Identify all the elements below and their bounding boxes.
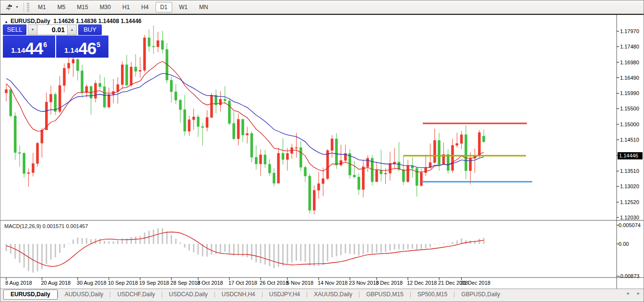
tab-eurusd-daily[interactable]: EURUSD,Daily [3,290,58,300]
time-axis-tick: 3 Dec 2018 [376,280,403,286]
sell-price-sup: 6 [43,36,47,54]
buy-button[interactable]: BUY [78,24,102,35]
chart-area[interactable]: ▲EURUSD,Daily 1.14626 1.14836 1.14408 1.… [0,15,644,289]
tab-scroll-right-icon[interactable]: ► [636,291,641,296]
timeframe-button-m1[interactable]: M1 [33,2,51,12]
volume-input[interactable]: 0.01 [37,24,67,35]
title-marker-icon: ▲ [4,20,8,24]
trading-terminal-window: ▼ M1M5M15M30H1H4D1W1MN ▲EURUSD,Daily 1.1… [0,0,644,302]
tab-scroll-controls: ◄ ► [625,291,641,296]
timeframe-buttons-group: M1M5M15M30H1H4D1W1MN [32,2,214,12]
chart-ohlc-values: 1.14626 1.14836 1.14408 1.14446 [53,18,142,24]
price-axis-tick: 1.15000 [620,121,639,127]
tab-sp500-m15[interactable]: SP500,M15 [411,290,454,300]
current-price-badge: 1.14446 [618,152,643,159]
price-axis-tick: 1.17970 [620,28,639,34]
buy-price-prefix: 1.14 [64,45,78,56]
sell-price-big: 44 [25,41,43,56]
sell-button[interactable]: SELL [3,24,26,35]
price-axis-tick: 1.14510 [620,137,639,143]
symbol-tab-bar: EURUSD,DailyAUDUSD,DailyUSDCHF,DailyUSDC… [0,289,644,302]
one-click-trading-panel: SELL ▼ 0.01 ▲ BUY 1.14446 1.14465 [3,24,109,58]
buy-price-display[interactable]: 1.14465 [56,36,108,58]
price-axis-tick: 1.15500 [620,106,639,111]
price-axis-tick: 1.15990 [620,90,639,96]
macd-main-value: 0.001571 [42,223,64,229]
volume-increase-button[interactable]: ▲ [67,24,77,35]
time-axis-tick: 20 Aug 2018 [41,280,71,286]
timeframe-button-h1[interactable]: H1 [118,2,134,12]
chart-title: ▲EURUSD,Daily 1.14626 1.14836 1.14408 1.… [4,18,142,24]
volume-down-icon: ▼ [31,28,35,31]
tab-usdjpy-h4[interactable]: USDJPY,H4 [262,290,307,300]
timeframe-button-mn[interactable]: MN [194,2,213,12]
buy-price-sup: 5 [96,36,100,54]
toolbar-separator [24,2,24,12]
timeframe-button-m5[interactable]: M5 [53,2,71,12]
tab-usdcad-daily[interactable]: USDCAD,Daily [162,290,215,300]
time-axis-tick: 8 Oct 2018 [197,280,223,286]
price-axis-tick: 1.13510 [620,168,639,174]
timeframe-button-m30[interactable]: M30 [95,2,116,12]
time-axis-tick: 26 Oct 2018 [260,280,288,286]
buy-price-big: 46 [78,41,96,56]
timeframe-button-d1[interactable]: D1 [155,2,172,12]
timeframe-button-h4[interactable]: H4 [136,2,153,12]
time-axis-tick: 14 Nov 2018 [318,280,347,286]
tab-scroll-left-icon[interactable]: ◄ [625,291,630,296]
timeframe-toolbar: ▼ M1M5M15M30H1H4D1W1MN [0,0,644,14]
tab-usdchf-daily[interactable]: USDCHF,Daily [110,290,162,300]
swap-arrows-icon [5,4,13,11]
timeframe-button-w1[interactable]: W1 [174,2,192,12]
macd-axis-tick: 0.00 [619,241,629,247]
macd-axis-tick: 0.005074 [619,222,641,228]
volume-up-icon: ▲ [71,28,74,31]
price-axis-tick: 1.16490 [620,75,639,81]
tab-gbpusd-m15[interactable]: GBPUSD,M15 [359,290,410,300]
price-axis-tick: 1.12520 [620,199,639,205]
volume-decrease-button[interactable]: ▼ [28,24,37,35]
chart-symbol-label: EURUSD,Daily [11,18,50,24]
time-axis-tick: 31 Dec 2018 [461,280,490,286]
toolbar-grip-handle[interactable] [27,3,29,12]
time-axis-tick: 19 Sep 2018 [139,280,169,286]
price-axis-tick: 1.16980 [620,60,639,65]
timeframe-button-m15[interactable]: M15 [72,2,93,12]
time-axis-tick: 5 Nov 2018 [286,280,313,286]
time-axis-tick: 12 Dec 2018 [407,280,437,286]
time-axis-tick: 8 Aug 2018 [5,280,32,286]
price-axis-tick: 1.12030 [620,215,639,220]
symbol-tabs: EURUSD,DailyAUDUSD,DailyUSDCHF,DailyUSDC… [0,289,507,300]
price-axis-tick: 1.13020 [620,183,639,189]
macd-indicator-label: MACD(12,26,9) 0.001571 0.001457 [4,223,88,229]
sell-price-prefix: 1.14 [11,45,25,56]
tab-audusd-daily[interactable]: AUDUSD,Daily [58,290,110,300]
tab-gbpusd-daily[interactable]: GBPUSD,Daily [454,290,507,300]
symbol-arrows-button[interactable]: ▼ [2,2,22,12]
toolbar-dropdown-caret-icon[interactable]: ▼ [15,5,19,9]
time-axis-tick: 17 Oct 2018 [228,280,257,286]
macd-axis-tick: -0.00873 [619,273,639,279]
tab-usdcnh-h4[interactable]: USDCNH,H4 [215,290,262,300]
sell-price-display[interactable]: 1.14446 [3,36,55,58]
tab-xauusd-daily[interactable]: XAUUSD,Daily [307,290,359,300]
time-axis-tick: 10 Sep 2018 [108,280,138,286]
macd-signal-value: 0.001457 [66,223,88,229]
price-axis-tick: 1.17480 [620,44,639,49]
time-axis-tick: 28 Sep 2018 [170,280,200,286]
time-axis-tick: 23 Nov 2018 [349,280,379,286]
time-axis-tick: 30 Aug 2018 [77,280,107,286]
macd-name: MACD(12,26,9) [4,223,41,229]
